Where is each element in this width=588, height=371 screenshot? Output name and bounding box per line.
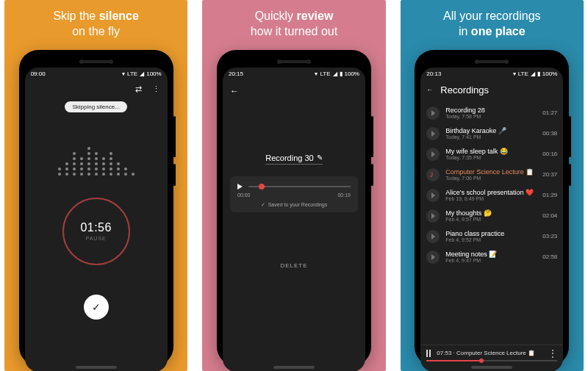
recording-sub: Today, 7:06 PM (445, 176, 537, 181)
recording-name: Alice's school presentation ❤️ (445, 189, 537, 196)
time-total: 00:19 (337, 192, 351, 198)
recording-sub: Feb 4, 9:57 PM (445, 217, 537, 222)
recording-duration: 00:38 (542, 130, 557, 137)
status-time: 20:13 (426, 71, 441, 77)
promo-panel-1: Skip the silence on the fly 09:00 ▾ LTE … (4, 0, 187, 371)
edit-icon: ✎ (317, 154, 323, 162)
recording-name: My wife sleep talk 😂 (445, 148, 537, 155)
recording-sub: Feb 4, 9:47 PM (445, 258, 537, 263)
play-icon[interactable] (426, 251, 440, 264)
recording-duration: 01:29 (542, 192, 557, 198)
screen-review: 20:15 ▾ LTE ◢ ▮ 100% ← Recording 30 ✎ (223, 68, 365, 371)
status-bar: 20:15 ▾ LTE ◢ ▮ 100% (223, 68, 365, 80)
recording-row[interactable]: Meeting notes 📝 Feb 4, 9:47 PM 02:58 (420, 247, 563, 267)
recording-name: My thoughts 🤔 (445, 209, 537, 217)
play-icon[interactable] (426, 168, 440, 181)
record-timer-button[interactable]: 01:56 PAUSE (62, 198, 130, 265)
recording-name: Birthday Karaoke 🎤 (445, 127, 537, 134)
now-playing-text: 07:53 · Computer Science Lecture 📋 (437, 350, 542, 356)
status-signal-icon: ◢ (333, 71, 337, 77)
screen-recorder: 09:00 ▾ LTE ◢ 100% ⇄ ⋮ Skipping silence.… (25, 68, 168, 371)
recording-row[interactable]: Recording 28 Today, 7:58 PM 01:27 (420, 103, 563, 123)
more-icon[interactable]: ⋮ (152, 84, 160, 94)
status-signal-icon: ◢ (140, 71, 144, 77)
recording-sub: Today, 7:35 PM (445, 155, 537, 160)
play-icon[interactable] (426, 148, 440, 161)
time-elapsed: 00:00 (237, 192, 251, 198)
recording-name: Piano class practice (445, 230, 537, 237)
status-signal-icon: ◢ (531, 71, 535, 77)
play-button[interactable] (237, 184, 243, 190)
recording-row[interactable]: My thoughts 🤔 Feb 4, 9:57 PM 02:04 (420, 206, 563, 226)
pause-icon[interactable] (426, 350, 431, 357)
playback-card: 00:00 00:19 ✓ Saved to your Recordings (230, 176, 358, 212)
status-network: LTE (518, 71, 528, 77)
phone-frame: 09:00 ▾ LTE ◢ 100% ⇄ ⋮ Skipping silence.… (19, 50, 173, 366)
promo-caption-1: Skip the silence on the fly (53, 9, 139, 40)
status-bar: 20:13 ▾ LTE ◢ ▮ 100% (420, 68, 563, 80)
home-indicator (273, 366, 315, 369)
status-network-icon: ▾ (122, 71, 125, 77)
status-battery-icon: ▮ (340, 71, 343, 77)
now-playing-bar[interactable]: 07:53 · Computer Science Lecture 📋 ⋮ (420, 345, 563, 360)
recording-name: Computer Science Lecture 📋 (445, 168, 537, 176)
status-battery-icon: ▮ (537, 71, 540, 77)
status-battery: 100% (146, 71, 161, 77)
silence-chip: Skipping silence... (65, 101, 126, 112)
recording-sub: Feb 19, 6:49 PM (445, 196, 537, 201)
recording-row[interactable]: My wife sleep talk 😂 Today, 7:35 PM 00:1… (420, 144, 563, 165)
promo-panel-3: All your recordings in one place 20:13 ▾… (401, 0, 584, 371)
check-icon: ✓ (261, 202, 265, 208)
status-battery: 100% (345, 71, 359, 77)
promo-panel-2: Quickly review how it turned out 20:15 ▾… (202, 0, 385, 371)
recording-duration: 01:27 (542, 109, 557, 116)
status-network-icon: ▾ (315, 71, 318, 77)
done-button[interactable]: ✓ (84, 295, 109, 320)
delete-button[interactable]: DELETE (280, 262, 307, 269)
recording-row[interactable]: Alice's school presentation ❤️ Feb 19, 6… (420, 185, 563, 206)
status-time: 20:15 (229, 71, 243, 77)
screen-recordings-list: 20:13 ▾ LTE ◢ ▮ 100% ← Recordings Record… (420, 68, 563, 371)
back-icon[interactable]: ← (426, 86, 433, 93)
recording-row[interactable]: Computer Science Lecture 📋 Today, 7:06 P… (420, 165, 563, 185)
seek-thumb[interactable] (259, 184, 265, 190)
play-icon[interactable] (426, 127, 440, 140)
phone-frame: 20:13 ▾ LTE ◢ ▮ 100% ← Recordings Record… (415, 50, 569, 366)
recording-sub: Today, 7:58 PM (445, 114, 537, 119)
status-bar: 09:00 ▾ LTE ◢ 100% (25, 68, 168, 80)
play-icon[interactable] (426, 107, 440, 120)
check-icon: ✓ (92, 301, 101, 313)
recording-row[interactable]: Piano class practice Feb 4, 9:52 PM 03:2… (420, 226, 563, 247)
play-icon[interactable] (426, 230, 440, 243)
home-indicator (471, 366, 512, 369)
back-icon[interactable]: ← (230, 86, 239, 96)
shuffle-icon[interactable]: ⇄ (135, 84, 142, 94)
seek-track[interactable] (248, 186, 351, 187)
play-icon[interactable] (426, 209, 440, 223)
phone-frame: 20:15 ▾ LTE ◢ ▮ 100% ← Recording 30 ✎ (217, 50, 371, 366)
more-icon[interactable]: ⋮ (548, 348, 557, 359)
promo-caption-2: Quickly review how it turned out (251, 9, 337, 40)
recordings-list[interactable]: Recording 28 Today, 7:58 PM 01:27 Birthd… (420, 103, 563, 345)
promo-caption-3: All your recordings in one place (443, 9, 541, 40)
timer-value: 01:56 (80, 221, 112, 234)
recording-sub: Today, 7:41 PM (445, 134, 537, 140)
play-icon[interactable] (426, 189, 440, 202)
recording-duration: 20:37 (542, 171, 557, 178)
status-network: LTE (320, 71, 330, 77)
now-playing-track[interactable] (426, 360, 557, 361)
recording-sub: Feb 4, 9:52 PM (445, 237, 537, 242)
home-indicator (76, 366, 117, 369)
saved-confirmation: ✓ Saved to your Recordings (237, 202, 351, 208)
status-battery: 100% (542, 71, 557, 77)
recording-duration: 03:23 (542, 233, 557, 239)
recording-title[interactable]: Recording 30 ✎ (265, 154, 322, 165)
recording-name: Recording 28 (445, 107, 537, 114)
recording-duration: 00:16 (542, 151, 557, 157)
page-title: Recordings (440, 84, 489, 96)
status-network: LTE (127, 71, 137, 77)
recording-duration: 02:04 (542, 212, 557, 219)
recording-name: Meeting notes 📝 (445, 251, 537, 258)
recording-row[interactable]: Birthday Karaoke 🎤 Today, 7:41 PM 00:38 (420, 123, 563, 144)
timer-sublabel: PAUSE (86, 236, 107, 241)
